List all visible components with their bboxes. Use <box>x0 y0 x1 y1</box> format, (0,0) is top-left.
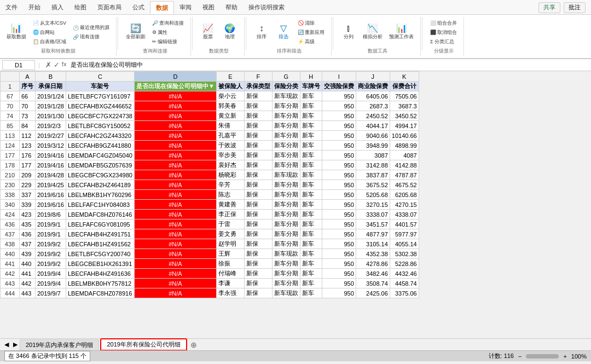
zoom-slider[interactable] <box>526 354 559 359</box>
cell-g[interactable]: 新车分期 <box>272 200 300 210</box>
cell-g[interactable]: 新车现款 <box>272 91 300 101</box>
edit-links-button[interactable]: ✏编辑链接 <box>150 38 186 46</box>
cell-e[interactable]: 陈志 <box>216 190 244 200</box>
cell-j[interactable]: 9040.66 <box>356 131 390 141</box>
cell-g[interactable]: 新车分期 <box>272 111 300 121</box>
cell-d[interactable]: #N/A <box>134 229 216 239</box>
cell-h[interactable]: 新车 <box>300 269 322 279</box>
col-header-K[interactable]: K <box>390 72 419 82</box>
cell-i[interactable]: 950 <box>322 160 356 170</box>
cell-e[interactable]: 徐振 <box>216 259 244 269</box>
cell-d[interactable]: #N/A <box>134 180 216 190</box>
cell-c[interactable]: LBETLBFC8GY150052 <box>66 121 134 131</box>
cell-h[interactable]: 新车 <box>300 239 322 249</box>
cell-f[interactable]: 新保 <box>244 239 272 249</box>
cell-a[interactable]: 177 <box>20 160 36 170</box>
sort-button[interactable]: ↕ 排序 <box>252 23 271 42</box>
cell-j[interactable]: 3087 <box>356 151 390 160</box>
cell-d[interactable]: #N/A <box>134 269 216 279</box>
cell-i[interactable]: 950 <box>322 219 356 229</box>
cell-e[interactable]: 于雷 <box>216 219 244 229</box>
cell-g[interactable]: 新车分期 <box>272 180 300 190</box>
cell-b[interactable]: 2019/9/1 <box>36 219 66 229</box>
cell-b[interactable]: 2019/8/6 <box>36 210 66 219</box>
cell-h[interactable]: 新车 <box>300 151 322 160</box>
table-row[interactable]: 4404392019/9/2LBETLBFC5GY200740#N/A王辉新保新… <box>1 249 419 259</box>
cell-e[interactable]: 姜文勇 <box>216 229 244 239</box>
cell-j[interactable]: 3270.15 <box>356 200 390 210</box>
cell-f[interactable]: 新保 <box>244 111 272 121</box>
cell-a[interactable]: 440 <box>20 259 36 269</box>
table-row[interactable]: 3403392019/6/16LBELFAFC1HY084083#N/A黄建善新… <box>1 200 419 210</box>
cell-k[interactable]: 7505.06 <box>390 91 419 101</box>
reapply-button[interactable]: 🔃重新应用 <box>296 28 327 37</box>
cell-b[interactable]: 2019/1/24 <box>36 91 66 101</box>
table-row[interactable]: 74732019/1/30LBEGCBFC7GX224738#N/A黄立新新保新… <box>1 111 419 121</box>
cell-a[interactable]: 112 <box>20 131 36 141</box>
cell-a[interactable]: 439 <box>20 249 36 259</box>
cell-k[interactable]: 3687.3 <box>390 101 419 111</box>
forecast-button[interactable]: 📊 预测工作表 <box>387 23 416 42</box>
group-button[interactable]: ⬜组合合并 <box>428 19 459 27</box>
cell-f[interactable]: 新保 <box>244 279 272 288</box>
cell-k[interactable]: 4401.57 <box>390 219 419 229</box>
cell-f[interactable]: 新保 <box>244 141 272 151</box>
cell-d[interactable]: #N/A <box>134 210 216 219</box>
cell-k[interactable]: 10140.66 <box>390 131 419 141</box>
cell-c[interactable]: LBETLBFC5GY200740 <box>66 249 134 259</box>
cell-g[interactable]: 新车分期 <box>272 269 300 279</box>
cell-b[interactable]: 2019/1/30 <box>36 111 66 121</box>
geography-button[interactable]: 🌍 地理 <box>220 23 240 42</box>
cell-a[interactable]: 176 <box>20 151 36 160</box>
cell-b[interactable]: 2019/1/28 <box>36 101 66 111</box>
cell-j[interactable]: 3142.88 <box>356 160 390 170</box>
cell-e[interactable]: 李永强 <box>216 288 244 298</box>
tab-review[interactable]: 审阅 <box>174 1 197 14</box>
cell-g[interactable]: 新车分期 <box>272 279 300 288</box>
cell-h[interactable]: 新车 <box>300 229 322 239</box>
properties-button[interactable]: ⚙属性 <box>150 28 186 37</box>
cell-k[interactable]: 4432.46 <box>390 269 419 279</box>
col-header-J[interactable]: J <box>356 72 390 82</box>
tab-formula[interactable]: 公式 <box>127 1 150 14</box>
cell-j[interactable]: 4044.17 <box>356 121 390 131</box>
cell-h[interactable]: 新车 <box>300 91 322 101</box>
refresh-all-button[interactable]: 🔄 全部刷新 <box>124 23 148 42</box>
table-row[interactable]: 4384372019/9/2LBECFAHB1HZ491562#N/A赵学明新保… <box>1 239 419 249</box>
cell-e[interactable]: 孔嘉平 <box>216 131 244 141</box>
query-connections-button[interactable]: 🔎查询和连接 <box>150 19 186 27</box>
cell-b[interactable]: 2019/3/12 <box>36 141 66 151</box>
cell-f[interactable]: 新保 <box>244 210 272 219</box>
text-to-columns-button[interactable]: ⫿ 分列 <box>339 23 358 42</box>
cell-h[interactable]: 新车 <box>300 170 322 180</box>
table-row[interactable]: 2302292019/4/25LBECFAHB2HZ464189#N/A辛芳新保… <box>1 180 419 190</box>
cell-e[interactable]: 辛芳 <box>216 180 244 190</box>
cell-d[interactable]: #N/A <box>134 111 216 121</box>
cell-i[interactable]: 950 <box>322 111 356 121</box>
cell-b[interactable]: 2019/4/16 <box>36 151 66 160</box>
cell-h[interactable]: 新车 <box>300 190 322 200</box>
cell-e[interactable]: 李正保 <box>216 210 244 219</box>
cell-h[interactable]: 新车 <box>300 141 322 151</box>
cell-k[interactable]: 4087 <box>390 151 419 160</box>
cancel-formula-icon[interactable]: ✗ <box>45 61 51 69</box>
cell-j[interactable]: 3675.52 <box>356 180 390 190</box>
cell-c[interactable]: LBECFAHC2GZ443320 <box>66 131 134 141</box>
cell-c[interactable]: LBEMDAFC8HZ076146 <box>66 210 134 219</box>
tab-view[interactable]: 视图 <box>197 1 220 14</box>
cell-j[interactable]: 6405.06 <box>356 91 390 101</box>
cell-c[interactable]: LBECFAHB1HZ491562 <box>66 239 134 249</box>
cell-b[interactable]: 2019/2/27 <box>36 131 66 141</box>
table-row[interactable]: 3383372019/6/16LBELMBKB1HY760296#N/A陈志新保… <box>1 190 419 200</box>
cell-k[interactable]: 4270.15 <box>390 200 419 210</box>
cell-j[interactable]: 3508.74 <box>356 279 390 288</box>
cell-e[interactable]: 杨晓彩 <box>216 170 244 180</box>
cell-b[interactable]: 2019/4/16 <box>36 160 66 170</box>
cell-i[interactable]: 950 <box>322 239 356 249</box>
cell-e[interactable]: 黄立新 <box>216 111 244 121</box>
col-header-D[interactable]: D <box>134 72 216 82</box>
table-row[interactable]: 4414402019/9/2LBEGCBEB1HX261391#N/A徐振新保新… <box>1 259 419 269</box>
cell-h[interactable]: 新车 <box>300 279 322 288</box>
cell-c[interactable]: LBECFAHB9GZ441880 <box>66 141 134 151</box>
tab-help[interactable]: 帮助 <box>220 1 243 14</box>
